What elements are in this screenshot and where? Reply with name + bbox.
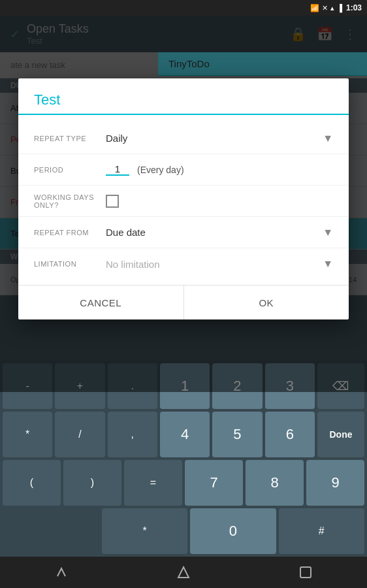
dialog-body: REPEAT TYPE Daily ▼ PERIOD (Every day) W… (18, 118, 349, 285)
working-days-label: WORKING DAYS ONLY? (34, 193, 106, 209)
period-help-text: (Every day) (137, 165, 184, 175)
key-comma[interactable]: , (108, 412, 157, 457)
key-7[interactable]: 7 (185, 460, 243, 506)
key-9[interactable]: 9 (306, 460, 364, 506)
repeat-from-dropdown[interactable]: Due date ▼ (106, 227, 333, 238)
signal-icon: ✕ (322, 4, 328, 12)
period-row: PERIOD (Every day) (18, 154, 349, 186)
status-bar: 📶 ✕ ▴ ▐ 1:03 (0, 0, 367, 16)
limitation-value: No limitation (106, 259, 323, 270)
nav-back-button[interactable] (54, 564, 69, 580)
working-days-row: WORKING DAYS ONLY? (18, 186, 349, 217)
keyboard-row-3: ( ) = 7 8 9 (3, 460, 364, 506)
key-close-paren[interactable]: ) (63, 460, 121, 506)
repeat-type-label: REPEAT TYPE (34, 135, 106, 142)
keyboard-row-2: * / , 4 5 6 Done (3, 412, 364, 457)
key-8[interactable]: 8 (246, 460, 304, 506)
nav-home-button[interactable] (176, 564, 191, 580)
limitation-arrow: ▼ (323, 258, 333, 270)
limitation-row: LIMITATION No limitation ▼ (18, 248, 349, 280)
working-days-checkbox[interactable] (106, 195, 119, 208)
done-key[interactable]: Done (317, 412, 364, 457)
ok-button[interactable]: OK (184, 286, 349, 319)
repeat-from-value: Due date (106, 227, 323, 238)
repeat-type-row: REPEAT TYPE Daily ▼ (18, 123, 349, 154)
battery-icon: ▐ (337, 4, 342, 12)
key-4[interactable]: 4 (160, 412, 210, 457)
key-equals[interactable]: = (124, 460, 182, 506)
key-6[interactable]: 6 (265, 412, 315, 457)
key-slash[interactable]: / (55, 412, 104, 457)
dialog: Test REPEAT TYPE Daily ▼ PERIOD (Every d… (18, 78, 349, 319)
nav-recents-button[interactable] (298, 564, 313, 580)
dialog-actions: Cancel OK (18, 285, 349, 319)
svg-marker-0 (178, 567, 189, 578)
repeat-type-dropdown[interactable]: Daily ▼ (106, 133, 333, 144)
key-star[interactable]: * (3, 412, 52, 457)
status-icons: 📶 ✕ ▴ ▐ (310, 4, 342, 12)
period-label: PERIOD (34, 166, 106, 174)
key-hash[interactable]: # (279, 508, 364, 554)
period-input[interactable] (106, 163, 129, 176)
wifi-icon: ▴ (330, 4, 334, 12)
nav-bar (0, 557, 367, 588)
status-time: 1:03 (346, 3, 362, 12)
repeat-type-arrow: ▼ (323, 133, 333, 144)
key-5[interactable]: 5 (212, 412, 262, 457)
limitation-dropdown[interactable]: No limitation ▼ (106, 258, 333, 270)
keyboard-row-4: * 0 # (3, 508, 364, 554)
repeat-type-value: Daily (106, 133, 323, 144)
period-inputs: (Every day) (106, 163, 333, 176)
limitation-label: LIMITATION (34, 260, 106, 268)
repeat-from-arrow: ▼ (323, 227, 333, 238)
key-asterisk[interactable]: * (102, 508, 187, 554)
key-0[interactable]: 0 (190, 508, 276, 554)
bluetooth-icon: 📶 (310, 4, 319, 12)
repeat-from-label: REPEAT FROM (34, 229, 106, 237)
cancel-button[interactable]: Cancel (18, 286, 184, 319)
repeat-from-row: REPEAT FROM Due date ▼ (18, 217, 349, 248)
svg-rect-1 (300, 567, 311, 578)
key-empty-left (3, 508, 99, 554)
key-open-paren[interactable]: ( (3, 460, 61, 506)
dialog-title: Test (18, 78, 349, 115)
